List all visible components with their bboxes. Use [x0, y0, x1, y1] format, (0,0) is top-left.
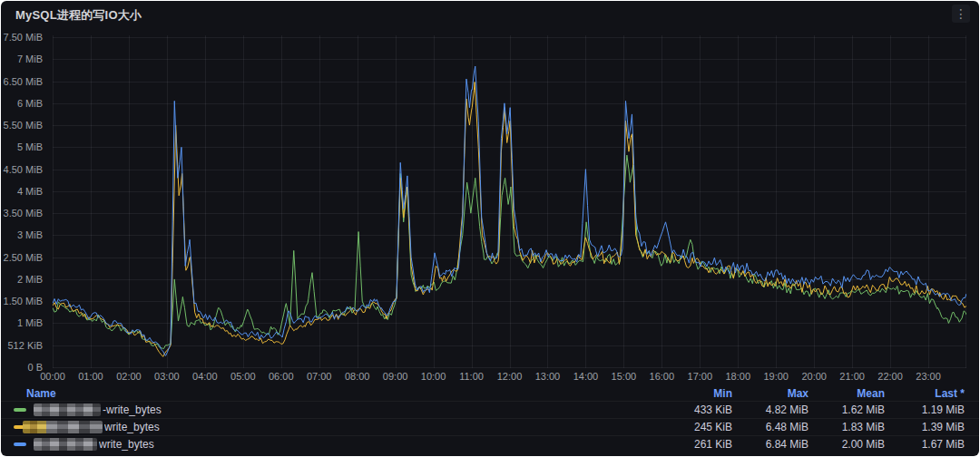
y-tick-label: 3 MiB [1, 229, 43, 240]
x-tick-label: 08:00 [345, 371, 370, 382]
legend-header-row: Name Min Max Mean Last * [1, 385, 979, 401]
x-tick-label: 09:00 [383, 371, 408, 382]
y-tick-label: 7 MiB [1, 53, 43, 64]
kebab-menu-icon: ⋮ [955, 6, 967, 21]
screenshot-page: MySQL进程的写IO大小 ⋮ 7.50 MiB7 MiB6.50 MiB6 M… [0, 0, 980, 457]
legend-header-mean[interactable]: Mean [808, 387, 885, 400]
stat-max: 6.48 MiB [732, 421, 808, 433]
x-tick-label: 17:00 [688, 371, 713, 382]
x-tick-label: 15:00 [612, 371, 637, 382]
series-name-suffix: write_bytes [99, 438, 154, 451]
legend-row-yellow[interactable]: write_bytes 245 KiB 6.48 MiB 1.83 MiB 1.… [1, 418, 979, 435]
x-tick-label: 13:00 [535, 371, 561, 382]
y-tick-label: 6 MiB [1, 98, 43, 109]
x-tick-label: 23:00 [916, 371, 941, 382]
legend-header-max[interactable]: Max [732, 387, 808, 400]
series-name-cell[interactable]: write_bytes [14, 438, 667, 451]
legend-table: Name Min Max Mean Last * -write_bytes 43… [1, 385, 979, 456]
y-tick-label: 2 MiB [1, 274, 43, 285]
y-tick-label: 2.50 MiB [1, 252, 43, 263]
x-tick-label: 01:00 [78, 371, 103, 382]
x-axis: 00:0001:0002:0003:0004:0005:0006:0007:00… [1, 371, 979, 385]
x-tick-label: 21:00 [839, 371, 865, 382]
stat-min: 433 KiB [667, 404, 732, 416]
x-tick-label: 16:00 [650, 371, 675, 382]
y-tick-label: 5 MiB [1, 141, 43, 152]
y-tick-label: 512 KiB [1, 340, 43, 351]
timeseries-plot[interactable] [53, 34, 966, 369]
legend-row-blue[interactable]: write_bytes 261 KiB 6.84 MiB 2.00 MiB 1.… [1, 435, 979, 452]
x-tick-label: 14:00 [573, 371, 599, 382]
panel-menu-button[interactable]: ⋮ [952, 5, 970, 23]
panel-header: MySQL进程的写IO大小 ⋮ [1, 1, 979, 26]
series-name-cell[interactable]: -write_bytes [14, 404, 667, 416]
stat-min: 261 KiB [667, 438, 732, 451]
stat-max: 4.82 MiB [732, 404, 808, 416]
series-name-suffix: -write_bytes [103, 404, 162, 416]
stat-mean: 2.00 MiB [808, 438, 885, 451]
y-tick-label: 1.50 MiB [1, 296, 43, 306]
x-tick-label: 18:00 [725, 371, 750, 382]
redacted-series-name [34, 404, 101, 416]
series-name-cell[interactable]: write_bytes [14, 421, 667, 433]
grafana-panel: MySQL进程的写IO大小 ⋮ 7.50 MiB7 MiB6.50 MiB6 M… [1, 1, 979, 456]
x-tick-label: 07:00 [307, 371, 332, 382]
y-tick-label: 4.50 MiB [1, 164, 43, 175]
stat-last: 1.39 MiB [885, 421, 965, 433]
x-tick-label: 19:00 [763, 371, 789, 382]
redacted-series-name [34, 438, 97, 451]
x-tick-label: 11:00 [459, 371, 484, 382]
x-tick-label: 03:00 [154, 371, 180, 382]
x-tick-label: 06:00 [269, 371, 294, 382]
stat-mean: 1.83 MiB [808, 421, 885, 433]
series-color-swatch [14, 442, 26, 446]
x-tick-label: 10:00 [421, 371, 446, 382]
x-tick-label: 00:00 [40, 371, 65, 382]
redacted-series-name [23, 421, 103, 433]
series-color-swatch [14, 408, 26, 412]
legend-header-min[interactable]: Min [667, 387, 732, 400]
stat-min: 245 KiB [667, 421, 732, 433]
x-tick-label: 05:00 [230, 371, 256, 382]
y-tick-label: 3.50 MiB [1, 208, 43, 219]
stat-mean: 1.62 MiB [808, 404, 885, 416]
y-tick-label: 7.50 MiB [1, 32, 43, 43]
legend-header-last[interactable]: Last * [885, 387, 965, 400]
x-tick-label: 02:00 [116, 371, 142, 382]
legend-row-green[interactable]: -write_bytes 433 KiB 4.82 MiB 1.62 MiB 1… [1, 401, 979, 418]
y-axis: 7.50 MiB7 MiB6.50 MiB6 MiB5.50 MiB5 MiB4… [1, 1, 48, 382]
legend-header-name[interactable]: Name [14, 387, 667, 400]
y-tick-label: 1 MiB [1, 317, 43, 328]
y-tick-label: 6.50 MiB [1, 76, 43, 87]
stat-max: 6.84 MiB [732, 438, 808, 451]
x-tick-label: 22:00 [877, 371, 903, 382]
y-tick-label: 5.50 MiB [1, 120, 43, 131]
series-name-suffix: write_bytes [104, 421, 160, 433]
y-tick-label: 4 MiB [1, 186, 43, 197]
x-tick-label: 12:00 [497, 371, 523, 382]
stat-last: 1.67 MiB [885, 438, 965, 451]
x-tick-label: 20:00 [801, 371, 827, 382]
stat-last: 1.19 MiB [885, 404, 965, 416]
x-tick-label: 04:00 [192, 371, 218, 382]
